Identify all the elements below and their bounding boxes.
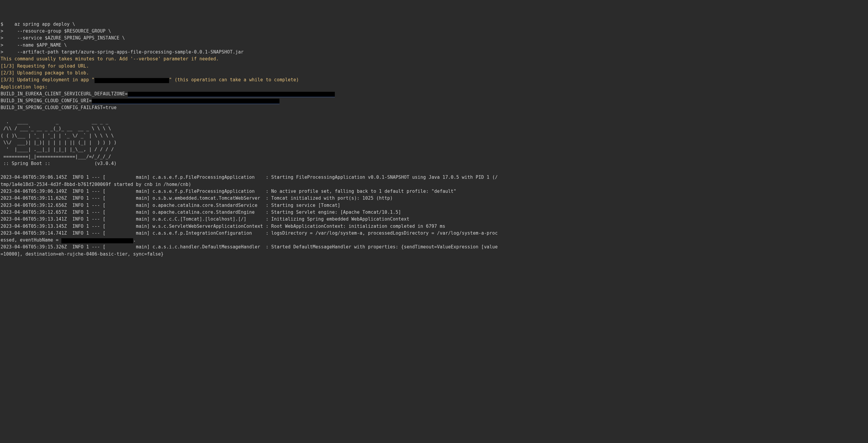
log-line: 2023-04-06T05:39:15.326Z INFO 1 --- [ ma… bbox=[1, 244, 498, 249]
blank-line bbox=[1, 168, 3, 173]
banner-line: ' |____| .__|_| |_|_| |_\__, | / / / / bbox=[1, 147, 114, 152]
log-line: 2023-04-06T05:39:06.149Z INFO 1 --- [ ma… bbox=[1, 189, 456, 194]
log-line: 2023-04-06T05:39:11.626Z INFO 1 --- [ ma… bbox=[1, 196, 393, 201]
banner-line: :: Spring Boot :: (v3.0.4) bbox=[1, 161, 117, 166]
log-line: 2023-04-06T05:39:12.657Z INFO 1 --- [ ma… bbox=[1, 209, 401, 215]
shell-prompt: $ az spring app deploy \ bbox=[1, 22, 75, 27]
banner-line: ( ( )\___ | '_ | '_| | '_ \/ _` | \ \ \ … bbox=[1, 133, 114, 138]
env-line: BUILD_IN_SPRING_CLOUD_CONFIG_FAILFAST=tr… bbox=[1, 105, 117, 110]
app-logs-header: Application logs: bbox=[1, 84, 48, 90]
log-line: 2023-04-06T05:39:13.145Z INFO 1 --- [ ma… bbox=[1, 224, 445, 229]
shell-cont: > --name $APP_NAME \ bbox=[1, 42, 67, 48]
shell-cont: > --service $AZURE_SPRING_APPS_INSTANCE … bbox=[1, 35, 125, 41]
env-line: BUILD_IN_SPRING_CLOUD_CONFIG_URI=xxxxxxx… bbox=[1, 98, 279, 103]
banner-line: =========|_|==============|___/=/_/_/_/ bbox=[1, 154, 111, 159]
log-line: =10000], destination=eh-rujche-0406-basi… bbox=[1, 251, 164, 257]
progress-step: [1/3] Requesting for upload URL. bbox=[1, 63, 89, 69]
banner-line: /\\ / ___'_ __ _ _(_)_ __ __ _ \ \ \ \ bbox=[1, 126, 111, 131]
redacted-config: xxxxxxxxxxxxxxxxxxxxxxxxxxxxxxxxxxxxxxxx… bbox=[92, 99, 280, 104]
redacted-eureka: xxxxxxxxxxxxxxxxxxxxxxxxxxxxxxxxxxxxxxxx… bbox=[128, 92, 335, 97]
log-line: 2023-04-06T05:39:06.145Z INFO 1 --- [ ma… bbox=[1, 175, 498, 180]
terminal-output: $ az spring app deploy \ > --resource-gr… bbox=[0, 14, 868, 258]
shell-cont: > --artifact-path target/azure-spring-ap… bbox=[1, 49, 244, 55]
warning-line: This command usually takes minutes to ru… bbox=[1, 56, 219, 62]
redacted-eventhub: xxxxxxxxxxxxxxxxxxxxxxxxxx bbox=[61, 238, 133, 243]
banner-line: . ____ _ __ _ _ bbox=[1, 119, 108, 124]
log-line: tmp/1a4e18d3-2534-4d3f-8bbd-b761f200069f… bbox=[1, 182, 191, 187]
log-line: 2023-04-06T05:39:12.656Z INFO 1 --- [ ma… bbox=[1, 203, 340, 208]
banner-line: \\/ ___)| |_)| | | | | || (_| | ) ) ) ) bbox=[1, 140, 117, 145]
blank-line bbox=[1, 112, 3, 117]
shell-cont: > --resource-group $RESOURCE_GROUP \ bbox=[1, 28, 111, 34]
env-line: BUILD_IN_EUREKA_CLIENT_SERVICEURL_DEFAUL… bbox=[1, 91, 335, 97]
redacted-app-name: xxxxxxxxxxxxxxxxxxxxxxxxxxx bbox=[95, 78, 169, 83]
progress-step: [3/3] Updating deployment in app "xxxxxx… bbox=[1, 77, 299, 82]
progress-step: [2/3] Uploading package to blob. bbox=[1, 70, 89, 76]
log-line: 2023-04-06T05:39:13.141Z INFO 1 --- [ ma… bbox=[1, 216, 409, 222]
log-line: 2023-04-06T05:39:14.741Z INFO 1 --- [ ma… bbox=[1, 231, 498, 243]
